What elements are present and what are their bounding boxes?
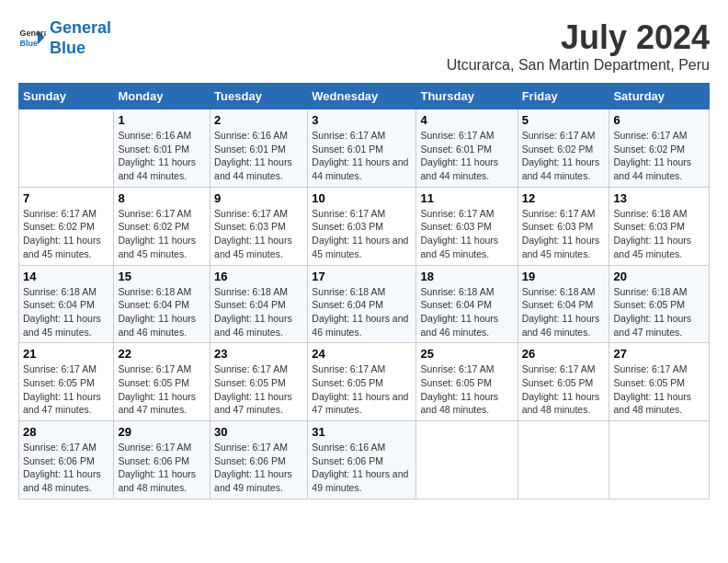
logo: General Blue GeneralBlue: [18, 18, 111, 58]
calendar-cell: 22Sunrise: 6:17 AM Sunset: 6:05 PM Dayli…: [114, 343, 210, 421]
day-info: Sunrise: 6:17 AM Sunset: 6:01 PM Dayligh…: [420, 129, 513, 183]
day-info: Sunrise: 6:17 AM Sunset: 6:05 PM Dayligh…: [312, 362, 412, 417]
weekday-header-saturday: Saturday: [609, 84, 710, 109]
calendar-cell: 9Sunrise: 6:17 AM Sunset: 6:03 PM Daylig…: [210, 187, 308, 265]
day-info: Sunrise: 6:17 AM Sunset: 6:05 PM Dayligh…: [613, 362, 705, 417]
day-number: 23: [214, 347, 303, 361]
main-title: July 2024: [447, 18, 710, 57]
logo-text: GeneralBlue: [50, 18, 111, 58]
calendar-cell: 3Sunrise: 6:17 AM Sunset: 6:01 PM Daylig…: [308, 109, 416, 188]
calendar-cell: 27Sunrise: 6:17 AM Sunset: 6:05 PM Dayli…: [609, 343, 710, 421]
svg-text:Blue: Blue: [20, 38, 39, 47]
day-number: 27: [613, 347, 705, 361]
weekday-header-tuesday: Tuesday: [210, 84, 308, 109]
weekday-header-wednesday: Wednesday: [308, 84, 416, 109]
day-number: 25: [420, 347, 513, 361]
day-info: Sunrise: 6:18 AM Sunset: 6:04 PM Dayligh…: [118, 285, 206, 339]
day-info: Sunrise: 6:17 AM Sunset: 6:03 PM Dayligh…: [214, 207, 303, 261]
subtitle: Utcurarca, San Martin Department, Peru: [447, 57, 710, 74]
weekday-header-monday: Monday: [114, 84, 210, 109]
day-number: 15: [118, 270, 206, 283]
calendar-cell: [19, 109, 114, 188]
calendar-cell: 26Sunrise: 6:17 AM Sunset: 6:05 PM Dayli…: [518, 343, 609, 421]
calendar-header: SundayMondayTuesdayWednesdayThursdayFrid…: [19, 84, 710, 109]
calendar-cell: 25Sunrise: 6:17 AM Sunset: 6:05 PM Dayli…: [416, 343, 518, 421]
calendar-cell: 7Sunrise: 6:17 AM Sunset: 6:02 PM Daylig…: [19, 187, 114, 265]
calendar-cell: 14Sunrise: 6:18 AM Sunset: 6:04 PM Dayli…: [19, 265, 114, 343]
svg-text:General: General: [20, 29, 47, 38]
page-header: General Blue GeneralBlue July 2024 Utcur…: [18, 18, 710, 74]
day-number: 2: [214, 113, 303, 127]
calendar-cell: 30Sunrise: 6:17 AM Sunset: 6:06 PM Dayli…: [210, 421, 308, 500]
calendar-cell: 11Sunrise: 6:17 AM Sunset: 6:03 PM Dayli…: [416, 187, 518, 265]
day-info: Sunrise: 6:17 AM Sunset: 6:03 PM Dayligh…: [522, 207, 606, 261]
day-info: Sunrise: 6:17 AM Sunset: 6:06 PM Dayligh…: [214, 441, 303, 495]
day-info: Sunrise: 6:17 AM Sunset: 6:03 PM Dayligh…: [420, 207, 513, 261]
day-number: 4: [420, 113, 513, 127]
day-number: 20: [613, 270, 705, 283]
calendar-cell: 31Sunrise: 6:16 AM Sunset: 6:06 PM Dayli…: [308, 421, 416, 500]
day-number: 8: [118, 191, 206, 205]
day-info: Sunrise: 6:16 AM Sunset: 6:01 PM Dayligh…: [118, 129, 206, 183]
calendar-cell: 21Sunrise: 6:17 AM Sunset: 6:05 PM Dayli…: [19, 343, 114, 421]
day-info: Sunrise: 6:17 AM Sunset: 6:06 PM Dayligh…: [23, 441, 109, 495]
day-number: 17: [312, 270, 412, 283]
calendar-cell: 20Sunrise: 6:18 AM Sunset: 6:05 PM Dayli…: [609, 265, 710, 343]
day-number: 31: [312, 425, 412, 439]
day-number: 14: [23, 270, 109, 283]
calendar-cell: 28Sunrise: 6:17 AM Sunset: 6:06 PM Dayli…: [19, 421, 114, 500]
day-info: Sunrise: 6:16 AM Sunset: 6:06 PM Dayligh…: [312, 441, 412, 495]
day-number: 16: [214, 270, 303, 283]
day-info: Sunrise: 6:18 AM Sunset: 6:04 PM Dayligh…: [312, 285, 412, 339]
calendar-cell: 13Sunrise: 6:18 AM Sunset: 6:03 PM Dayli…: [609, 187, 710, 265]
day-info: Sunrise: 6:17 AM Sunset: 6:03 PM Dayligh…: [312, 207, 412, 261]
day-number: 24: [312, 347, 412, 361]
calendar-cell: 5Sunrise: 6:17 AM Sunset: 6:02 PM Daylig…: [518, 109, 609, 188]
calendar-cell: 29Sunrise: 6:17 AM Sunset: 6:06 PM Dayli…: [114, 421, 210, 500]
logo-icon: General Blue: [18, 25, 46, 52]
day-info: Sunrise: 6:17 AM Sunset: 6:06 PM Dayligh…: [118, 441, 206, 495]
calendar-cell: 18Sunrise: 6:18 AM Sunset: 6:04 PM Dayli…: [416, 265, 518, 343]
calendar-cell: 15Sunrise: 6:18 AM Sunset: 6:04 PM Dayli…: [114, 265, 210, 343]
day-info: Sunrise: 6:17 AM Sunset: 6:02 PM Dayligh…: [118, 207, 206, 261]
day-number: 30: [214, 425, 303, 439]
calendar-week-2: 7Sunrise: 6:17 AM Sunset: 6:02 PM Daylig…: [19, 187, 710, 265]
calendar-cell: 17Sunrise: 6:18 AM Sunset: 6:04 PM Dayli…: [308, 265, 416, 343]
day-number: 10: [312, 191, 412, 205]
day-number: 19: [522, 270, 606, 283]
day-number: 21: [23, 347, 109, 361]
day-info: Sunrise: 6:18 AM Sunset: 6:04 PM Dayligh…: [420, 285, 513, 339]
calendar-cell: 24Sunrise: 6:17 AM Sunset: 6:05 PM Dayli…: [308, 343, 416, 421]
calendar-body: 1Sunrise: 6:16 AM Sunset: 6:01 PM Daylig…: [19, 109, 710, 500]
day-number: 5: [522, 113, 606, 127]
day-info: Sunrise: 6:17 AM Sunset: 6:05 PM Dayligh…: [214, 362, 303, 417]
weekday-header-friday: Friday: [518, 84, 609, 109]
day-number: 18: [420, 270, 513, 283]
day-number: 1: [118, 113, 206, 127]
calendar-cell: 1Sunrise: 6:16 AM Sunset: 6:01 PM Daylig…: [114, 109, 210, 188]
calendar-cell: 10Sunrise: 6:17 AM Sunset: 6:03 PM Dayli…: [308, 187, 416, 265]
day-number: 12: [522, 191, 606, 205]
calendar-cell: 4Sunrise: 6:17 AM Sunset: 6:01 PM Daylig…: [416, 109, 518, 188]
day-number: 13: [613, 191, 705, 205]
day-number: 7: [23, 191, 109, 205]
day-info: Sunrise: 6:18 AM Sunset: 6:04 PM Dayligh…: [522, 285, 606, 339]
calendar-cell: 8Sunrise: 6:17 AM Sunset: 6:02 PM Daylig…: [114, 187, 210, 265]
calendar-cell: [518, 421, 609, 500]
day-info: Sunrise: 6:18 AM Sunset: 6:04 PM Dayligh…: [214, 285, 303, 339]
calendar-cell: 6Sunrise: 6:17 AM Sunset: 6:02 PM Daylig…: [609, 109, 710, 188]
day-number: 28: [23, 425, 109, 439]
day-info: Sunrise: 6:17 AM Sunset: 6:02 PM Dayligh…: [522, 129, 606, 183]
calendar-cell: 16Sunrise: 6:18 AM Sunset: 6:04 PM Dayli…: [210, 265, 308, 343]
weekday-header-sunday: Sunday: [19, 84, 114, 109]
calendar-cell: 12Sunrise: 6:17 AM Sunset: 6:03 PM Dayli…: [518, 187, 609, 265]
day-info: Sunrise: 6:17 AM Sunset: 6:05 PM Dayligh…: [522, 362, 606, 417]
weekday-header-thursday: Thursday: [416, 84, 518, 109]
day-info: Sunrise: 6:17 AM Sunset: 6:05 PM Dayligh…: [420, 362, 513, 417]
calendar-cell: 23Sunrise: 6:17 AM Sunset: 6:05 PM Dayli…: [210, 343, 308, 421]
day-number: 29: [118, 425, 206, 439]
calendar-cell: 2Sunrise: 6:16 AM Sunset: 6:01 PM Daylig…: [210, 109, 308, 188]
day-info: Sunrise: 6:16 AM Sunset: 6:01 PM Dayligh…: [214, 129, 303, 183]
day-info: Sunrise: 6:17 AM Sunset: 6:05 PM Dayligh…: [23, 362, 109, 417]
day-number: 26: [522, 347, 606, 361]
